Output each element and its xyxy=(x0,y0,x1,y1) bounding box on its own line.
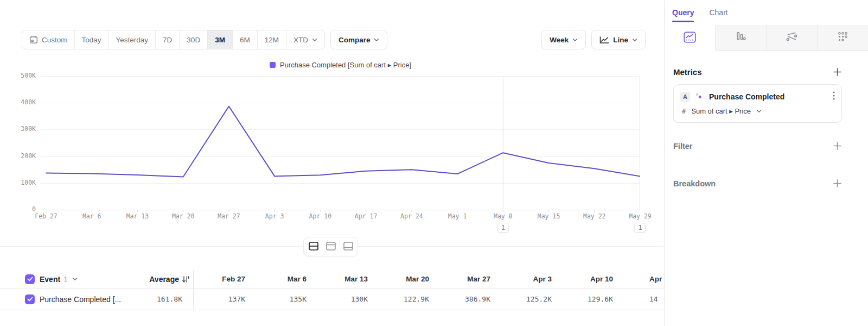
cell-value: 137K xyxy=(194,295,255,303)
x-axis-label: May 8 xyxy=(494,212,513,220)
table-row-left: Purchase Completed [... 161.8K xyxy=(0,289,194,310)
date-range-custom[interactable]: Custom xyxy=(22,30,75,49)
date-range-today[interactable]: Today xyxy=(75,30,109,49)
kebab-menu-icon[interactable] xyxy=(833,91,835,102)
insights-report-area: CustomTodayYesterday7D30D3M6M12MXTD Comp… xyxy=(0,0,663,326)
annotation-badge[interactable]: 1 xyxy=(634,223,646,233)
cell-value: 130K xyxy=(316,295,378,303)
metric-aggregation-selector[interactable]: # Sum of cart ▸ Price xyxy=(680,107,835,115)
chevron-down-icon xyxy=(312,38,317,42)
layout-chart-only-button[interactable] xyxy=(323,239,339,254)
column-header: Apr xyxy=(623,275,663,283)
add-filter-button[interactable] xyxy=(833,141,842,151)
y-axis-label: 300K xyxy=(0,125,36,133)
chart-style-label: Line xyxy=(613,36,628,44)
column-header: Mar 27 xyxy=(439,275,500,283)
chevron-down-icon xyxy=(632,38,637,42)
layout-table-only-button[interactable] xyxy=(340,239,356,254)
calendar-icon xyxy=(29,35,38,44)
x-axis-label: May 29 xyxy=(629,212,652,220)
retention-dots-icon xyxy=(838,32,848,44)
chart-type-funnels-tab[interactable] xyxy=(715,25,766,51)
x-axis-label: Feb 27 xyxy=(35,212,58,220)
cell-value: 135K xyxy=(255,295,316,303)
number-property-icon: # xyxy=(682,108,686,115)
date-range-yesterday[interactable]: Yesterday xyxy=(109,30,156,49)
aggregation-label: Sum of cart ▸ Price xyxy=(691,107,751,115)
column-header: Mar 6 xyxy=(255,275,316,283)
compare-label: Compare xyxy=(339,36,371,44)
column-header: Mar 20 xyxy=(378,275,439,283)
flows-icon xyxy=(786,32,798,44)
cell-value: 129.6K xyxy=(561,295,623,303)
date-columns-header: Feb 27Mar 6Mar 13Mar 20Mar 27Apr 3Apr 10… xyxy=(194,270,663,288)
date-range-7d[interactable]: 7D xyxy=(156,30,180,49)
date-range-30d[interactable]: 30D xyxy=(180,30,208,49)
table-row[interactable]: Purchase Completed [... 161.8K 137K135K1… xyxy=(0,289,663,310)
date-range-12m[interactable]: 12M xyxy=(258,30,286,49)
x-axis-label: May 15 xyxy=(538,212,560,220)
view-toggle-group xyxy=(303,237,358,256)
x-axis-label: Apr 3 xyxy=(265,212,284,220)
event-column-label: Event xyxy=(40,275,60,284)
metric-letter-badge: A xyxy=(680,92,690,102)
chart-type-insights-tab[interactable] xyxy=(665,25,715,51)
chevron-down-icon xyxy=(374,38,379,42)
layout-split-button[interactable] xyxy=(305,239,321,254)
date-range-6m[interactable]: 6M xyxy=(233,30,258,49)
row-event-name: Purchase Completed [... xyxy=(40,295,121,304)
annotation-badge[interactable]: 1 xyxy=(497,223,509,233)
metrics-section-header: Metrics xyxy=(673,67,842,77)
line-chart-icon xyxy=(599,36,609,44)
metric-card-row: A Purchase Completed xyxy=(680,91,835,102)
x-axis-label: Apr 24 xyxy=(400,212,423,220)
filter-section-header: Filter xyxy=(673,141,842,151)
x-axis-label: Apr 10 xyxy=(309,212,332,220)
y-axis-label: 100K xyxy=(0,179,36,186)
metric-card[interactable]: A Purchase Completed # Sum of cart ▸ Pri… xyxy=(673,84,842,123)
query-sections: Metrics A Purchase Completed # Sum of ca… xyxy=(665,67,868,188)
date-range-selector: CustomTodayYesterday7D30D3M6M12MXTD xyxy=(22,30,325,49)
breakdown-heading: Breakdown xyxy=(673,179,716,188)
chart-legend: Purchase Completed [Sum of cart ▸ Price] xyxy=(41,61,640,69)
sort-descending-icon xyxy=(182,275,190,283)
results-table-header: Event 1 Average Feb 27Mar 6Mar 13Mar 20M… xyxy=(0,270,663,289)
chart-type-retention-tab[interactable] xyxy=(817,25,868,51)
toolbar-spacer xyxy=(393,30,536,49)
y-axis-label: 400K xyxy=(0,98,36,106)
cell-value: 386.9K xyxy=(439,295,500,303)
column-header: Apr 10 xyxy=(561,275,623,283)
report-toolbar: CustomTodayYesterday7D30D3M6M12MXTD Comp… xyxy=(22,30,646,49)
date-range-xtd[interactable]: XTD xyxy=(286,30,324,49)
chart-style-button[interactable]: Line xyxy=(591,30,646,49)
y-axis-label: 200K xyxy=(0,152,36,160)
legend-swatch xyxy=(270,62,276,68)
metric-event-name[interactable]: Purchase Completed xyxy=(709,92,828,101)
cell-value: 125.2K xyxy=(500,295,561,303)
y-axis-label: 500K xyxy=(0,72,36,79)
compare-button[interactable]: Compare xyxy=(330,30,388,49)
average-column-header[interactable]: Average xyxy=(149,275,193,284)
x-axis-label: May 22 xyxy=(583,212,606,220)
select-all-checkbox[interactable] xyxy=(25,274,35,284)
metrics-heading: Metrics xyxy=(673,67,702,77)
granularity-button[interactable]: Week xyxy=(541,30,586,49)
x-axis-label: Mar 27 xyxy=(218,212,240,220)
active-tab-underline xyxy=(672,21,694,22)
add-metric-button[interactable] xyxy=(833,67,842,77)
tab-chart[interactable]: Chart xyxy=(709,0,727,25)
chevron-down-icon[interactable] xyxy=(72,277,78,281)
add-breakdown-button[interactable] xyxy=(833,179,842,188)
granularity-label: Week xyxy=(550,36,569,44)
filter-heading: Filter xyxy=(673,142,692,151)
line-chart[interactable] xyxy=(41,76,640,213)
breakdown-section-header: Breakdown xyxy=(673,179,842,188)
tab-query[interactable]: Query xyxy=(672,0,694,25)
date-range-3m[interactable]: 3M xyxy=(208,30,233,49)
row-checkbox[interactable] xyxy=(25,294,35,304)
event-count: 1 xyxy=(63,275,68,283)
x-axis-label: May 1 xyxy=(448,212,467,220)
chevron-down-icon xyxy=(572,38,578,42)
funnel-bars-icon xyxy=(735,31,746,45)
chart-type-flows-tab[interactable] xyxy=(766,25,817,51)
